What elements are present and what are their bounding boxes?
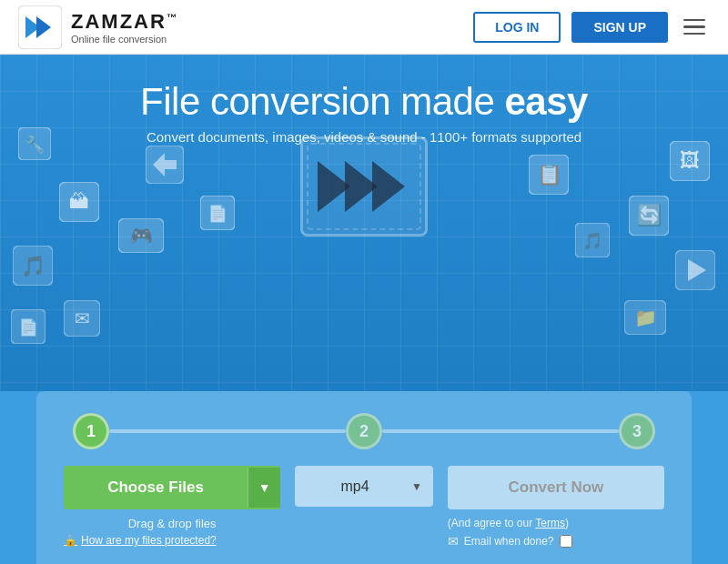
- step-3-circle: 3: [619, 413, 655, 449]
- format-select[interactable]: mp4 mp3 avi mov jpg png pdf docx: [295, 466, 433, 507]
- deco-icon-document: 📋: [529, 155, 569, 198]
- controls-row: Choose Files ▼ Drag & drop files 🔒 How a…: [64, 466, 664, 549]
- lock-icon: 🔒: [64, 534, 77, 547]
- deco-icon-music: 🎵: [13, 246, 53, 289]
- email-when-done-label: Email when done?: [464, 535, 554, 548]
- deco-icon-image: 🏔: [59, 182, 99, 226]
- svg-text:🖼: 🖼: [680, 149, 700, 172]
- header: ZAMZAR™ Online file conversion LOG IN SI…: [0, 0, 728, 55]
- email-when-done-row: ✉ Email when done?: [448, 534, 572, 549]
- deco-icon-refresh: 🔄: [629, 196, 669, 239]
- hamburger-menu-button[interactable]: [679, 15, 710, 40]
- deco-icon-wrench: 🔧: [18, 127, 51, 164]
- step-1-circle: 1: [73, 413, 109, 449]
- step-line-1: [109, 429, 346, 433]
- email-icon: ✉: [448, 534, 459, 549]
- svg-text:📋: 📋: [537, 162, 562, 186]
- steps-row: 1 2 3: [64, 413, 664, 449]
- deco-icon-gamepad: 🎮: [118, 218, 164, 257]
- signup-button[interactable]: SIGN UP: [571, 12, 668, 43]
- format-select-wrap: mp4 mp3 avi mov jpg png pdf docx ▼: [295, 466, 433, 507]
- drag-drop-label: Drag & drop files: [64, 517, 280, 530]
- logo-subtitle: Online file conversion: [71, 34, 178, 45]
- deco-icon-file: 📄: [200, 196, 235, 234]
- deco-icon-arrow: [146, 146, 184, 187]
- terms-text: (And agree to our Terms): [448, 517, 569, 529]
- choose-files-dropdown-arrow[interactable]: ▼: [248, 468, 280, 508]
- step-2-circle: 2: [346, 413, 382, 449]
- hamburger-line-3: [683, 33, 705, 35]
- svg-text:📄: 📄: [18, 317, 39, 337]
- hero-title: File conversion made easy: [140, 80, 588, 124]
- email-when-done-checkbox[interactable]: [560, 535, 572, 548]
- choose-files-col: Choose Files ▼ Drag & drop files 🔒 How a…: [64, 466, 280, 547]
- svg-text:🎮: 🎮: [130, 225, 153, 247]
- converter-section: 1 2 3 Choose Files ▼ Drag & drop files: [0, 391, 728, 564]
- logo-title: ZAMZAR™: [71, 10, 178, 34]
- hamburger-line-2: [683, 25, 705, 28]
- svg-text:📄: 📄: [207, 204, 228, 224]
- deco-icon-email: ✉: [64, 300, 100, 340]
- zamzar-logo-icon: [18, 5, 62, 49]
- deco-icon-doc2: 📄: [11, 309, 46, 347]
- converter-box: 1 2 3 Choose Files ▼ Drag & drop files: [36, 391, 692, 564]
- terms-link[interactable]: Terms: [535, 517, 565, 529]
- deco-icon-play: [675, 250, 715, 294]
- play-arrows-icon: [323, 161, 405, 212]
- logo-text-area: ZAMZAR™ Online file conversion: [71, 10, 178, 45]
- convert-now-col: Convert Now (And agree to our Terms) ✉ E…: [448, 466, 664, 549]
- svg-text:🏔: 🏔: [69, 190, 89, 213]
- hamburger-line-1: [683, 19, 705, 22]
- deco-icon-note: 🎵: [575, 223, 610, 261]
- hero-section: File conversion made easy Convert docume…: [0, 55, 728, 391]
- svg-text:🔄: 🔄: [637, 203, 662, 227]
- svg-text:🎵: 🎵: [582, 231, 603, 251]
- convert-now-button[interactable]: Convert Now: [448, 466, 664, 509]
- choose-files-label: Choose Files: [64, 466, 248, 509]
- svg-text:🎵: 🎵: [21, 254, 46, 278]
- step-line-2: [382, 429, 619, 433]
- svg-text:🔧: 🔧: [25, 135, 46, 155]
- file-protection-link[interactable]: 🔒 How are my files protected?: [64, 534, 217, 547]
- svg-text:✉: ✉: [75, 308, 90, 328]
- choose-files-button[interactable]: Choose Files ▼: [64, 466, 280, 509]
- logo-area: ZAMZAR™ Online file conversion: [18, 5, 178, 49]
- hero-play-sketch: [300, 136, 428, 237]
- svg-text:📁: 📁: [634, 307, 657, 328]
- deco-icon-photo: 🖼: [670, 141, 710, 185]
- deco-icon-folder: 📁: [624, 300, 666, 338]
- header-actions: LOG IN SIGN UP: [473, 12, 710, 43]
- format-select-col: mp4 mp3 avi mov jpg png pdf docx ▼: [295, 466, 433, 507]
- login-button[interactable]: LOG IN: [473, 12, 561, 43]
